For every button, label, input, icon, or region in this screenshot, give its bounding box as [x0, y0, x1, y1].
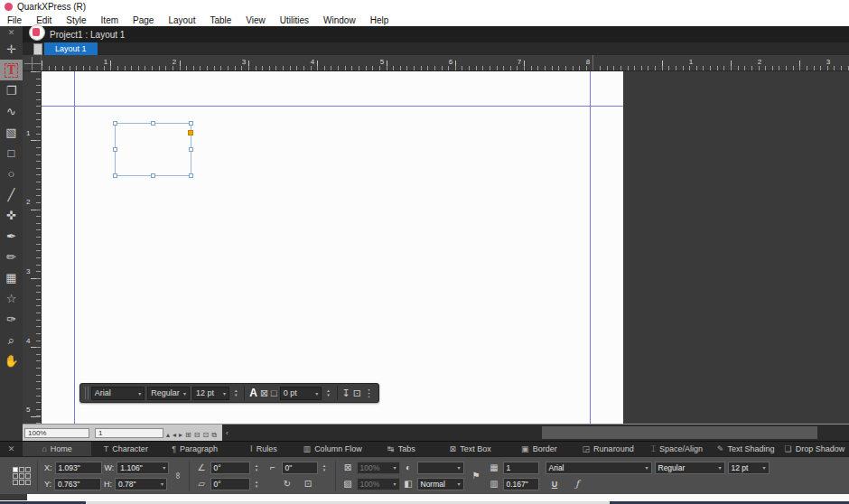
- page-thumbnail-icon[interactable]: [33, 43, 42, 55]
- page-canvas[interactable]: Arial▾ Regular▾ 12 pt▾ ▴▾ A ⊠ □ 0 pt▾ ▴▾…: [42, 71, 623, 424]
- view-thumbnails-icon[interactable]: ⊞: [185, 431, 191, 439]
- rotation-stepper[interactable]: ▴▾: [253, 463, 261, 472]
- box-fill-icon[interactable]: □: [271, 388, 277, 398]
- tab-character[interactable]: TCharacter: [91, 442, 160, 456]
- item-move-tool[interactable]: ✛: [0, 39, 23, 60]
- gutter-field[interactable]: 0.167": [503, 478, 539, 490]
- scroll-left-icon[interactable]: ‹: [222, 429, 232, 437]
- view-spread-icon[interactable]: ⊡: [202, 431, 209, 439]
- text-overflow-handle[interactable]: [188, 130, 193, 135]
- font-size-stepper[interactable]: ▴▾: [232, 388, 239, 397]
- font-size-select[interactable]: 12 pt▾: [192, 387, 229, 400]
- multi-point-tool[interactable]: ✜: [0, 205, 23, 226]
- blend-mode-icon[interactable]: ◐: [403, 462, 415, 472]
- table-tool[interactable]: ▦: [0, 267, 23, 288]
- resize-handle-top-middle[interactable]: [151, 121, 155, 126]
- page-next-icon[interactable]: ▸: [179, 431, 182, 439]
- palette-style-select[interactable]: Regular▾: [655, 462, 725, 474]
- no-fill-icon[interactable]: ⊠: [260, 388, 268, 398]
- zoom-tool[interactable]: ⌕: [0, 330, 23, 350]
- width-field[interactable]: 1.106"▾: [117, 462, 169, 474]
- starburst-tool[interactable]: ☆: [0, 288, 23, 309]
- view-master-icon[interactable]: ⧉: [211, 431, 217, 439]
- underline-icon[interactable]: U: [549, 480, 561, 489]
- picture-opacity-field[interactable]: 100%▾: [357, 478, 400, 490]
- bezier-pen-tool[interactable]: ✒: [0, 226, 23, 247]
- palette-size-select[interactable]: 12 pt▾: [728, 462, 770, 474]
- corner-radius-stepper[interactable]: ▴▾: [321, 463, 329, 472]
- rectangle-box-tool[interactable]: □: [0, 143, 23, 163]
- resize-handle-top-right[interactable]: [189, 121, 193, 126]
- menu-style[interactable]: Style: [59, 14, 93, 26]
- menu-page[interactable]: Page: [126, 14, 161, 26]
- menu-window[interactable]: Window: [316, 14, 363, 26]
- oval-box-tool[interactable]: ○: [0, 163, 23, 184]
- menu-layout[interactable]: Layout: [161, 14, 202, 26]
- line-tool[interactable]: ╱: [0, 184, 23, 205]
- margin-guide-top[interactable]: [42, 106, 623, 107]
- picture-color-icon[interactable]: ▧: [342, 479, 354, 489]
- menu-utilities[interactable]: Utilities: [273, 14, 316, 26]
- box-opacity-field[interactable]: 100%▾: [357, 462, 400, 474]
- tab-rules[interactable]: ⅠRules: [229, 442, 298, 456]
- more-options-icon[interactable]: ⋮: [364, 388, 374, 398]
- vertical-ruler[interactable]: 12345: [23, 71, 42, 424]
- freehand-tool[interactable]: ✏: [0, 247, 23, 267]
- resize-handle-middle-right[interactable]: [189, 147, 193, 152]
- tab-home[interactable]: ⌂Home: [23, 442, 91, 456]
- close-panel-icon[interactable]: ✕: [0, 442, 23, 456]
- toolbar-grip-handle[interactable]: [85, 387, 89, 399]
- resize-handle-bottom-right[interactable]: [189, 173, 193, 178]
- opentype-features-icon[interactable]: ƒ: [572, 479, 583, 489]
- box-color-icon[interactable]: ⊠: [342, 462, 354, 472]
- zoom-level-field[interactable]: 100%: [24, 428, 89, 438]
- tab-paragraph[interactable]: ¶Paragraph: [161, 442, 229, 456]
- corner-radius-field[interactable]: 0": [282, 462, 318, 474]
- columns-field[interactable]: 1: [503, 462, 539, 474]
- flag-icon[interactable]: ⚑: [471, 471, 482, 481]
- page-up-icon[interactable]: ▴: [166, 431, 170, 439]
- blend-color-select[interactable]: ▾: [417, 462, 464, 474]
- resize-handle-bottom-middle[interactable]: [151, 173, 155, 178]
- tab-column-flow[interactable]: ▥Column Flow: [298, 442, 367, 456]
- ruler-origin-icon[interactable]: [23, 55, 42, 70]
- import-text-icon[interactable]: ↧: [342, 388, 350, 398]
- tab-drop-shadow[interactable]: ❏Drop Shadow: [780, 442, 849, 456]
- font-color-icon[interactable]: A: [249, 388, 257, 398]
- blend-mode-select[interactable]: Normal▾: [417, 478, 464, 490]
- x-position-field[interactable]: 1.093": [55, 462, 102, 474]
- margin-guide-right[interactable]: [590, 71, 591, 424]
- linking-tool[interactable]: ❐: [0, 80, 23, 101]
- palette-font-select[interactable]: Arial▾: [546, 462, 652, 474]
- menu-help[interactable]: Help: [363, 14, 397, 26]
- resize-handle-middle-left[interactable]: [113, 147, 117, 152]
- unlinking-tool[interactable]: ∿: [0, 101, 23, 122]
- tab-runaround[interactable]: ◲Runaround: [574, 442, 642, 456]
- tab-space-align[interactable]: ⌶Space/Align: [642, 442, 711, 456]
- skew-stepper[interactable]: ▴▾: [253, 480, 261, 489]
- skew-field[interactable]: 0°: [210, 478, 250, 490]
- horizontal-scrollbar[interactable]: ‹: [222, 425, 849, 441]
- menu-file[interactable]: File: [0, 14, 29, 26]
- menu-item[interactable]: Item: [94, 14, 126, 26]
- constrain-proportions-icon[interactable]: ∞: [173, 472, 183, 479]
- pan-tool[interactable]: ✋: [0, 350, 23, 371]
- view-single-icon[interactable]: ⊟: [194, 431, 201, 439]
- stroke-width-select[interactable]: 0 pt▾: [280, 387, 322, 400]
- reference-point-selector[interactable]: [13, 467, 31, 485]
- selected-text-box[interactable]: [115, 123, 191, 176]
- tab-text-box[interactable]: ⊠Text Box: [436, 442, 505, 456]
- menu-view[interactable]: View: [238, 14, 273, 26]
- stroke-width-stepper[interactable]: ▴▾: [324, 388, 331, 397]
- layout-tab[interactable]: Layout 1: [44, 42, 98, 55]
- y-position-field[interactable]: 0.763": [54, 478, 101, 490]
- height-field[interactable]: 0.78"▾: [115, 478, 167, 490]
- margin-guide-left[interactable]: [74, 71, 75, 424]
- fit-box-to-text-icon[interactable]: ⊡: [303, 479, 314, 489]
- convert-shape-icon[interactable]: ↻: [282, 479, 294, 489]
- ref-point-top-left[interactable]: [13, 467, 18, 472]
- tab-border[interactable]: ▣Border: [505, 442, 574, 456]
- eyedropper-tool[interactable]: ✑: [0, 309, 23, 330]
- font-family-select[interactable]: Arial▾: [91, 387, 145, 400]
- text-shading-icon[interactable]: ◧: [403, 479, 415, 489]
